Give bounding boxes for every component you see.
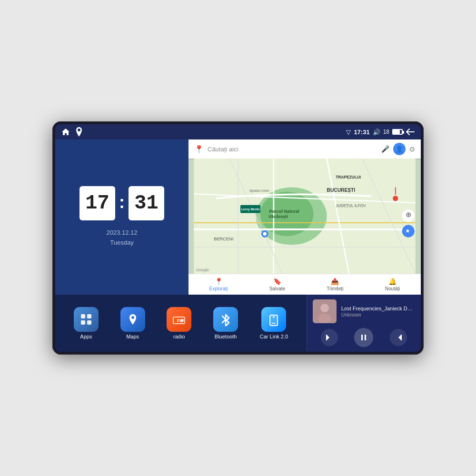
map-tab-explore[interactable]: 📍 Explorați — [209, 278, 228, 291]
media-top: Lost Frequencies_Janieck Devy-... Unknow… — [313, 299, 415, 323]
gps-icon: ▽ — [346, 129, 351, 136]
svg-text:Parcul Natural: Parcul Natural — [269, 209, 299, 214]
carlink-label: Car Link 2.0 — [260, 334, 288, 339]
clock-minute: 31 — [129, 186, 164, 220]
media-player: Lost Frequencies_Janieck Devy-... Unknow… — [307, 295, 421, 352]
time-display: 17:31 — [354, 129, 369, 136]
map-tab-news[interactable]: 🔔 Noutăți — [385, 278, 400, 291]
media-album-art — [313, 299, 337, 323]
svg-text:Văcărești: Văcărești — [268, 214, 288, 219]
svg-point-39 — [273, 316, 275, 318]
status-right: ▽ 17:31 🔊 18 — [346, 127, 415, 137]
app-item-apps[interactable]: Apps — [74, 307, 99, 339]
next-button[interactable] — [390, 329, 407, 346]
map-more-icon[interactable]: ⊙ — [409, 145, 415, 153]
back-icon[interactable] — [406, 127, 415, 137]
svg-rect-33 — [87, 320, 91, 325]
app-item-maps[interactable]: Maps — [120, 307, 145, 339]
media-controls — [313, 328, 415, 347]
svg-text:Google: Google — [196, 268, 209, 272]
svg-point-22 — [263, 232, 267, 236]
svg-text:Leroy Merlin: Leroy Merlin — [241, 208, 260, 211]
map-content[interactable]: Parcul Natural Văcărești BUCUREȘTI JUDEȚ… — [188, 159, 421, 274]
clock-colon: : — [119, 192, 125, 212]
media-artist: Unknown — [341, 312, 415, 317]
svg-text:TRAPEZULUI: TRAPEZULUI — [336, 175, 361, 179]
status-left — [61, 127, 84, 137]
app-item-bluetooth[interactable]: Bluetooth — [213, 307, 238, 339]
microphone-icon[interactable]: 🎤 — [381, 145, 389, 153]
main-content: 17 : 31 2023.12.12 Tuesday 📍 Căutați aic… — [55, 139, 421, 352]
user-avatar[interactable]: 👤 — [393, 143, 406, 155]
svg-text:Splaiul Unirii: Splaiul Unirii — [249, 188, 269, 193]
apps-label: Apps — [80, 334, 92, 339]
media-title: Lost Frequencies_Janieck Devy-... — [341, 306, 415, 311]
svg-text:JUDEȚUL ILFOV: JUDEȚUL ILFOV — [336, 203, 366, 208]
map-svg: Parcul Natural Văcărești BUCUREȘTI JUDEȚ… — [188, 159, 421, 274]
svg-text:⊕: ⊕ — [406, 211, 412, 218]
svg-rect-32 — [81, 320, 85, 325]
svg-rect-48 — [401, 335, 402, 340]
svg-rect-30 — [81, 314, 85, 318]
radio-icon: FM — [167, 307, 191, 332]
navigation-icon[interactable] — [74, 127, 84, 137]
apps-row: Apps Maps — [55, 295, 307, 352]
bluetooth-icon — [213, 307, 238, 332]
car-infotainment-device: ▽ 17:31 🔊 18 — [52, 121, 424, 355]
map-tab-send[interactable]: 📤 Trimiteți — [327, 278, 343, 291]
svg-text:BERCENI: BERCENI — [214, 237, 233, 241]
volume-icon: 🔊 — [373, 129, 380, 136]
svg-rect-31 — [87, 314, 91, 318]
svg-point-36 — [181, 319, 184, 322]
news-icon: 🔔 — [388, 278, 397, 285]
media-info: Lost Frequencies_Janieck Devy-... Unknow… — [341, 306, 415, 317]
svg-text:BUCUREȘTI: BUCUREȘTI — [327, 188, 356, 193]
map-panel[interactable]: 📍 Căutați aici 🎤 👤 ⊙ — [188, 139, 421, 295]
app-item-carlink[interactable]: Car Link 2.0 — [260, 307, 288, 339]
previous-button[interactable] — [321, 329, 338, 346]
maps-label: Maps — [126, 334, 139, 339]
svg-point-41 — [320, 304, 329, 312]
map-tab-saved[interactable]: 🔖 Salvate — [269, 278, 285, 291]
clock-panel: 17 : 31 2023.12.12 Tuesday — [55, 139, 188, 295]
send-icon: 📤 — [331, 278, 339, 285]
map-search-bar[interactable]: 📍 Căutați aici 🎤 👤 ⊙ — [188, 139, 421, 159]
app-item-radio[interactable]: FM radio — [167, 307, 191, 339]
play-pause-button[interactable] — [354, 328, 373, 347]
map-search-icons: 🎤 👤 ⊙ — [381, 143, 415, 155]
device-screen: ▽ 17:31 🔊 18 — [55, 124, 421, 352]
svg-rect-44 — [326, 335, 327, 340]
map-search-input[interactable]: Căutați aici — [208, 146, 377, 153]
map-bottom-bar: 📍 Explorați 🔖 Salvate 📤 Trimiteți � — [188, 274, 421, 295]
apps-icon — [74, 307, 99, 332]
svg-point-42 — [318, 314, 331, 323]
explore-icon: 📍 — [215, 278, 223, 285]
google-maps-pin-icon: 📍 — [194, 145, 204, 154]
clock-date: 2023.12.12 Tuesday — [106, 228, 137, 248]
clock-display: 17 : 31 — [79, 186, 164, 220]
bottom-section: Apps Maps — [55, 295, 421, 352]
svg-text:★: ★ — [405, 228, 410, 234]
saved-icon: 🔖 — [273, 278, 281, 285]
bluetooth-label: Bluetooth — [215, 334, 237, 339]
battery-icon — [392, 129, 403, 135]
svg-rect-45 — [361, 335, 363, 340]
svg-point-23 — [393, 196, 398, 201]
clock-hour: 17 — [79, 186, 115, 220]
radio-label: radio — [173, 334, 185, 339]
signal-display: 18 — [383, 129, 389, 135]
maps-icon — [120, 307, 145, 332]
status-bar: ▽ 17:31 🔊 18 — [55, 124, 421, 139]
home-icon[interactable] — [61, 127, 70, 137]
top-section: 17 : 31 2023.12.12 Tuesday 📍 Căutați aic… — [55, 139, 421, 295]
svg-rect-46 — [365, 335, 366, 340]
carlink-icon — [261, 307, 286, 332]
